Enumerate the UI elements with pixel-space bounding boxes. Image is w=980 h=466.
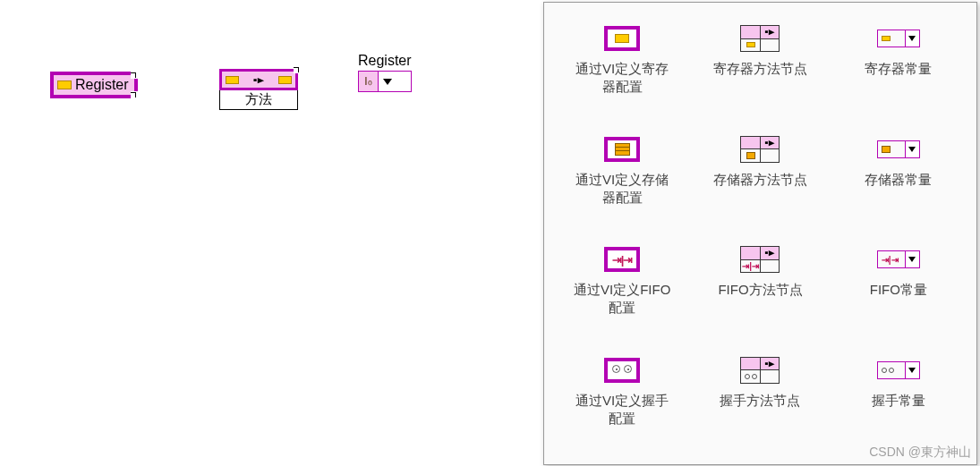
register-config-icon	[604, 26, 640, 51]
palette-item-handshake-constant[interactable]: 握手常量	[830, 351, 967, 456]
palette-item-fifo-config[interactable]: ⇥|⇥ 通过VI定义FIFO 配置	[553, 240, 691, 345]
palette-item-label: 通过VI定义寄存 器配置	[575, 60, 669, 97]
palette-item-memory-constant[interactable]: 存储器常量	[830, 130, 967, 235]
palette-item-handshake-method[interactable]: ▪▸ 握手方法节点	[691, 351, 829, 456]
handshake-config-icon	[604, 358, 640, 383]
memory-config-icon	[604, 137, 640, 162]
fifo-constant-icon: ⇥|⇥	[877, 250, 920, 268]
palette-item-label: FIFO方法节点	[718, 281, 802, 299]
node-corner-icon	[131, 91, 138, 98]
register-node-label: Register	[75, 77, 129, 93]
palette-item-label: FIFO常量	[870, 281, 927, 299]
constant-box: I₀	[358, 71, 412, 92]
constant-label: Register	[358, 53, 412, 69]
method-node-label: 方法	[219, 90, 298, 110]
memory-method-icon: ▪▸	[740, 136, 780, 163]
palette-item-register-method[interactable]: ▪▸ 寄存器方法节点	[691, 19, 829, 124]
fifo-config-icon: ⇥|⇥	[604, 247, 640, 272]
palette-item-register-constant[interactable]: 寄存器常量	[830, 19, 967, 124]
palette-item-label: 寄存器常量	[865, 60, 932, 78]
palette-item-label: 通过VI定义存储 器配置	[575, 171, 669, 208]
palette-item-memory-method[interactable]: ▪▸ 存储器方法节点	[691, 130, 829, 235]
constant-dropdown[interactable]	[379, 72, 396, 91]
palette-item-label: 握手方法节点	[720, 392, 800, 410]
palette-item-label: 通过VI定义握手 配置	[575, 392, 669, 428]
palette-item-label: 通过VI定义FIFO 配置	[574, 281, 670, 318]
register-constant-icon	[877, 30, 920, 47]
watermark: CSDN @東方神山	[869, 445, 971, 461]
palette-item-label: 存储器常量	[865, 171, 932, 189]
handshake-method-icon: ▪▸	[740, 357, 780, 384]
node-corner-icon	[131, 72, 138, 79]
palette-item-label: 握手常量	[872, 392, 925, 410]
handshake-constant-icon	[877, 361, 920, 379]
register-constant-node[interactable]: Register I₀	[358, 53, 412, 92]
memory-constant-icon	[877, 140, 920, 158]
register-config-node[interactable]: Register	[50, 72, 138, 98]
palette-item-handshake-config[interactable]: 通过VI定义握手 配置	[553, 351, 691, 456]
palette-item-fifo-constant[interactable]: ⇥|⇥ FIFO常量	[830, 240, 967, 345]
palette-item-register-config[interactable]: 通过VI定义寄存 器配置	[553, 19, 691, 124]
method-node-header: ▪▸	[219, 69, 298, 90]
chevron-down-icon	[383, 79, 392, 85]
fifo-method-icon: ▪▸ ⇥|⇥	[740, 246, 780, 273]
flow-arrow-icon: ▪▸	[253, 74, 264, 86]
function-palette: 通过VI定义寄存 器配置 ▪▸ 寄存器方法节点 寄存器常量 通过VI定义存储 器…	[543, 2, 977, 465]
constant-value-glyph: I₀	[359, 72, 379, 91]
palette-item-label: 寄存器方法节点	[713, 60, 807, 78]
register-chip-icon	[278, 76, 292, 84]
register-method-icon: ▪▸	[740, 25, 780, 52]
method-node[interactable]: ▪▸ 方法	[219, 69, 298, 110]
palette-item-fifo-method[interactable]: ▪▸ ⇥|⇥ FIFO方法节点	[691, 240, 829, 345]
node-corner-icon	[294, 66, 301, 73]
register-chip-icon	[226, 76, 239, 84]
register-chip-icon	[57, 80, 72, 89]
palette-item-label: 存储器方法节点	[713, 171, 807, 189]
palette-item-memory-config[interactable]: 通过VI定义存储 器配置	[553, 130, 691, 235]
